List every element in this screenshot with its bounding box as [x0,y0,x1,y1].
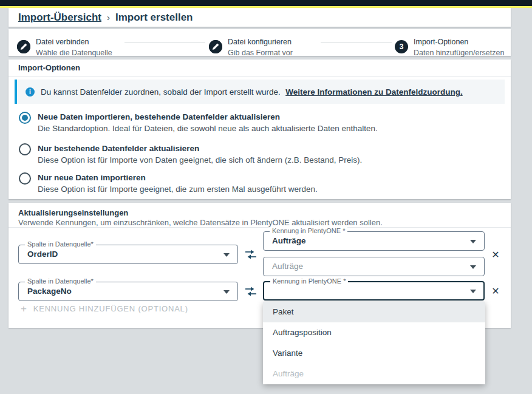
radio-button[interactable] [19,112,31,124]
wizard-stepper: Datei verbinden Wähle die Datenquelle Da… [9,29,511,56]
breadcrumb: Import-Übersicht › Import erstellen [9,8,511,27]
merge-arrows-icon [244,285,257,298]
select-plenty-identifier-row2[interactable]: Kennung in PlentyONE * [263,281,485,301]
select-value: PackageNo [19,282,237,301]
merge-arrows-icon [244,248,257,261]
select-plenty-identifier-row1[interactable]: Kennung in PlentyONE * Aufträge [263,231,485,251]
step-title: Datei konfigurieren [228,38,292,46]
breadcrumb-link-import-overview[interactable]: Import-Übersicht [18,12,101,24]
select-label: Spalte in Datenquelle* [25,277,96,285]
import-options-section: Import-Optionen i Du kannst Datenfelder … [9,59,511,199]
radio-option-title: Neue Daten importieren, bestehende Daten… [38,112,280,121]
top-bar [0,0,532,8]
step-connector [321,42,392,42]
remove-mapping-row2-button[interactable]: ✕ [489,285,502,297]
step-subtitle: Gib das Format vor [228,49,293,57]
radio-button[interactable] [19,143,31,155]
select-label: Kennung in PlentyONE * [270,277,348,285]
radio-option-import-new-only[interactable]: Nur neue Daten importieren Diese Option … [19,172,318,195]
step-configure-file[interactable]: Datei konfigurieren Gib das Format vor [209,36,293,58]
select-label: Kennung in PlentyONE * [270,227,347,234]
dropdown-option-auftragsposition[interactable]: Auftragsposition [263,322,485,343]
pencil-icon [209,40,222,53]
radio-option-description: Die Standardoption. Ideal für Dateien, d… [38,124,378,133]
radio-option-description: Diese Option ist für Importe von Daten g… [38,155,362,165]
dropdown-option-auftraege-disabled: Aufträge [263,364,485,384]
step-connector [124,42,205,42]
step-import-options[interactable]: 3 Import-Optionen Daten hinzufügen/erset… [395,36,504,58]
add-identifier-button[interactable]: + KENNUNG HINZUFÜGEN (OPTIONAL) [21,304,188,314]
breadcrumb-separator: › [107,12,110,22]
select-value: Aufträge [264,232,484,250]
pencil-icon [17,40,30,53]
section-title-import-options: Import-Optionen [9,59,511,76]
plus-icon: + [21,304,27,314]
select-source-column-row1[interactable]: Spalte in Datenquelle* OrderID [18,245,238,264]
dropdown-option-variante[interactable]: Variante [263,343,485,364]
section-subtitle-update-settings: Verwende Kennungen, um einzuschränken, w… [18,218,501,228]
remove-mapping-row1-button[interactable]: ✕ [489,249,502,261]
select-value: Aufträge [264,257,484,276]
radio-option-description: Diese Option ist für Importe geeignet, d… [38,185,318,194]
info-banner-text: Du kannst Datenfelder zuordnen, sobald d… [41,87,281,97]
step-number-badge: 3 [395,40,408,53]
radio-button[interactable] [19,172,31,185]
step-subtitle: Daten hinzufügen/ersetzen [414,49,504,57]
radio-option-title: Nur neue Daten importieren [38,173,146,182]
chevron-down-icon [470,240,476,243]
section-title-update-settings: Aktualisierungseinstellungen [18,208,501,218]
step-title: Import-Optionen [414,38,468,46]
step-number: 3 [400,42,404,51]
identifier-dropdown-menu: Paket Auftragsposition Variante Aufträge [263,302,485,384]
breadcrumb-current-page: Import erstellen [115,12,193,24]
chevron-down-icon [223,290,230,294]
info-banner-link[interactable]: Weitere Informationen zu Datenfeldzuordu… [285,87,463,97]
add-identifier-label: KENNUNG HINZUFÜGEN (OPTIONAL) [33,304,188,313]
select-secondary-identifier-row1[interactable]: Aufträge [263,257,485,276]
step-subtitle: Wähle die Datenquelle [36,49,112,57]
update-settings-header: Aktualisierungseinstellungen Verwende Ke… [9,203,511,228]
dropdown-option-paket[interactable]: Paket [263,302,485,322]
select-label: Spalte in Datenquelle* [25,240,96,248]
radio-option-update-only[interactable]: Nur bestehende Datenfelder aktualisieren… [19,143,362,166]
step-connect-file[interactable]: Datei verbinden Wähle die Datenquelle [17,36,112,58]
info-icon: i [26,87,35,97]
select-source-column-row2[interactable]: Spalte in Datenquelle* PackageNo [18,282,238,301]
radio-option-title: Nur bestehende Datenfelder aktualisieren [38,144,199,153]
chevron-down-icon [223,253,230,257]
select-value: OrderID [19,245,237,263]
info-banner: i Du kannst Datenfelder zuordnen, sobald… [15,80,505,104]
radio-option-import-and-update[interactable]: Neue Daten importieren, bestehende Daten… [19,111,378,134]
chevron-down-icon [470,265,476,269]
chevron-down-icon [470,290,476,293]
step-title: Datei verbinden [36,38,89,46]
